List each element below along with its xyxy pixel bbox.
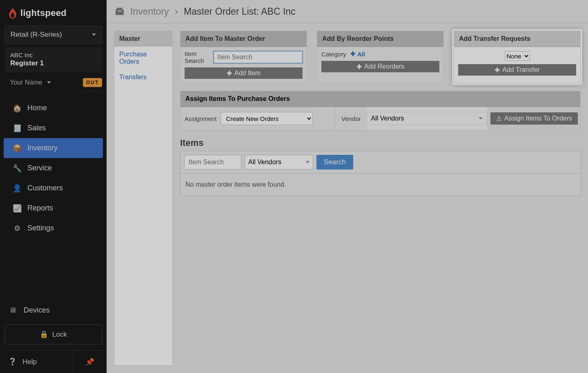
product-selector[interactable]: Retail (R-Series) <box>4 25 102 44</box>
button-label: Add Reorders <box>364 63 405 70</box>
svg-rect-0 <box>116 9 124 15</box>
assign-items-button[interactable]: ⚠Assign Items To Orders <box>490 112 578 125</box>
nav-customers[interactable]: 👤Customers <box>4 178 103 198</box>
nav-label: Settings <box>27 224 54 232</box>
plus-icon: ✚ <box>227 69 232 77</box>
add-reorders-button[interactable]: ✚Add Reorders <box>321 61 439 72</box>
nav-label: Customers <box>27 184 63 192</box>
nav-label: Sales <box>27 124 46 132</box>
nav-devices[interactable]: 🖥 Devices <box>0 300 107 320</box>
warning-icon: ⚠ <box>496 115 502 123</box>
inventory-icon <box>116 8 124 15</box>
gear-icon: ⚙ <box>13 224 22 232</box>
wrench-icon: 🔧 <box>13 164 22 172</box>
nav-inventory[interactable]: 📦Inventory <box>4 138 103 158</box>
help-icon: ❔ <box>8 357 17 366</box>
nav-label: Devices <box>24 306 50 315</box>
items-vendor-select[interactable]: All Vendors <box>245 155 313 170</box>
items-search-button[interactable]: Search <box>316 155 353 170</box>
home-icon: 🏠 <box>13 104 22 112</box>
chart-icon: 📈 <box>13 204 22 212</box>
sub-nav-transfers[interactable]: Transfers <box>114 69 172 85</box>
items-search-input[interactable] <box>184 155 241 170</box>
category-label: Category <box>321 51 346 58</box>
nav-home[interactable]: 🏠Home <box>4 98 103 118</box>
items-title: Items <box>180 138 581 148</box>
lock-label: Lock <box>52 331 67 339</box>
lock-button[interactable]: 🔒 Lock <box>4 324 102 344</box>
user-icon: 👤 <box>13 184 22 192</box>
all-label: All <box>357 51 365 58</box>
vendor-value: All Vendors <box>248 159 281 166</box>
assignment-cell: Assignment Create New Orders <box>180 107 336 130</box>
plus-icon: ✚ <box>350 50 356 58</box>
nav-label: Home <box>27 104 47 112</box>
nav-label: Inventory <box>27 144 58 152</box>
content: Master Purchase Orders Transfers Add Ite… <box>107 23 588 373</box>
breadcrumb-section[interactable]: Inventory <box>130 6 169 17</box>
assign-title: Assign Items To Purchase Orders <box>180 91 580 107</box>
product-selector-label: Retail (R-Series) <box>11 31 62 39</box>
nav-sales[interactable]: 🧾Sales <box>4 118 103 138</box>
topbar: Inventory › Master Order List: ABC Inc <box>107 0 588 23</box>
chevron-down-icon <box>305 161 310 163</box>
chevron-down-icon <box>92 34 96 36</box>
vendor-cell: Vendor All Vendors <box>336 107 487 130</box>
cash-register-icon: 🧾 <box>13 124 22 132</box>
nav-label: Service <box>27 164 52 172</box>
nav-reports[interactable]: 📈Reports <box>4 198 103 218</box>
nav-label: Reports <box>27 204 53 212</box>
register-name: Register 1 <box>10 59 96 67</box>
cards-row: Add Item To Master Order Item Search ✚Ad… <box>180 31 581 83</box>
item-search-input[interactable] <box>214 51 303 63</box>
items-search-row: All Vendors Search <box>180 151 581 174</box>
button-label: Add Item <box>234 69 261 77</box>
svg-rect-1 <box>117 8 122 9</box>
user-row: Your Name OUT <box>0 76 107 92</box>
assignment-label: Assignment <box>185 115 216 122</box>
pin-button[interactable]: 📌 <box>72 351 107 373</box>
items-empty-message: No master order items were found. <box>180 174 581 196</box>
flame-icon <box>8 7 17 19</box>
assignment-select[interactable]: Create New Orders <box>220 112 313 125</box>
company-name: ABC Inc <box>10 51 96 58</box>
nav-service[interactable]: 🔧Service <box>4 158 103 178</box>
brand-name: lightspeed <box>20 8 67 18</box>
card-title: Add By Reorder Points <box>317 31 443 47</box>
sub-nav-purchase-orders[interactable]: Purchase Orders <box>114 47 172 69</box>
monitor-icon: 🖥 <box>9 306 18 315</box>
chevron-down-icon <box>479 117 483 120</box>
card-title: Add Item To Master Order <box>180 31 307 47</box>
breadcrumb-entity: ABC Inc <box>261 6 295 17</box>
breadcrumb: Inventory › Master Order List: ABC Inc <box>130 6 296 17</box>
category-all-link[interactable]: ✚All <box>350 50 365 58</box>
pin-icon: 📌 <box>85 357 94 366</box>
add-transfer-button[interactable]: ✚Add Transfer <box>458 64 576 76</box>
assign-card: Assign Items To Purchase Orders Assignme… <box>180 91 581 130</box>
right-area: Add Item To Master Order Item Search ✚Ad… <box>180 31 581 366</box>
nav-settings[interactable]: ⚙Settings <box>4 218 103 238</box>
user-name-label: Your Name <box>10 79 42 86</box>
plus-icon: ✚ <box>494 66 500 74</box>
user-menu[interactable]: Your Name <box>10 79 51 86</box>
lock-icon: 🔒 <box>40 330 48 339</box>
register-box[interactable]: ABC Inc Register 1 <box>4 47 102 72</box>
help-button[interactable]: ❔ Help <box>0 351 72 373</box>
button-label: Add Transfer <box>502 66 540 74</box>
clock-out-badge[interactable]: OUT <box>83 78 102 87</box>
card-transfer: Add Transfer Requests None ✚Add Transfer <box>454 31 581 83</box>
main-area: Inventory › Master Order List: ABC Inc M… <box>107 0 588 373</box>
sidebar: lightspeed Retail (R-Series) ABC Inc Reg… <box>0 0 107 373</box>
button-label: Assign Items To Orders <box>504 115 572 122</box>
card-add-item: Add Item To Master Order Item Search ✚Ad… <box>180 31 307 83</box>
breadcrumb-page: Master Order List: <box>184 6 259 17</box>
chevron-down-icon <box>47 81 51 84</box>
add-item-button[interactable]: ✚Add Item <box>185 67 303 79</box>
transfer-select[interactable]: None <box>505 51 530 61</box>
item-search-label: Item Search <box>185 50 209 64</box>
sub-nav-active[interactable]: Master <box>114 31 172 47</box>
vendor-select[interactable]: All Vendors <box>367 112 487 125</box>
vendor-label: Vendor <box>336 107 367 130</box>
vendor-value: All Vendors <box>371 115 404 122</box>
card-reorder: Add By Reorder Points Category ✚All ✚Add… <box>317 31 444 83</box>
